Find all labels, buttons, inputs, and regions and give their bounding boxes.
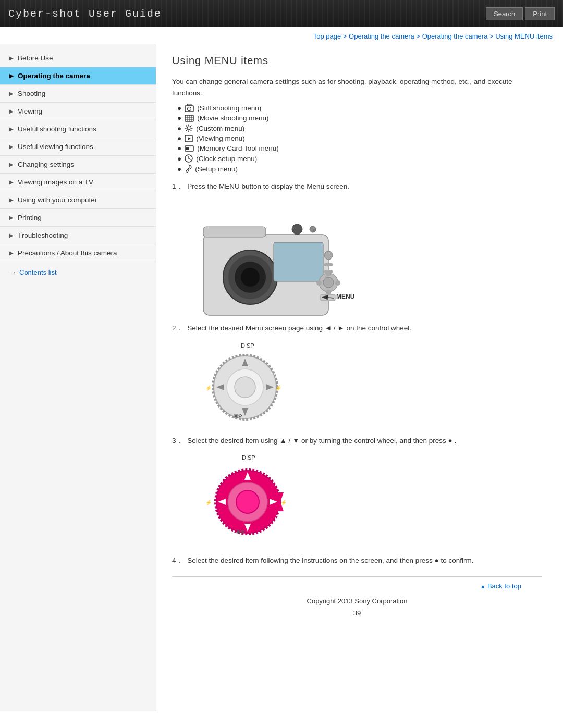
svg-text:▣✿: ▣✿	[234, 413, 242, 418]
bullet: ●	[177, 144, 181, 152]
footer-copyright: Copyright 2013 Sony Corporation	[172, 593, 542, 607]
list-item: ● (Still shooting menu)	[177, 104, 542, 112]
bullet: ●	[177, 114, 181, 122]
main-content: Using MENU items You can change general …	[156, 44, 563, 711]
step-2-text: 2． Select the desired Menu screen page u…	[172, 323, 542, 334]
intro-text: You can change general camera settings s…	[172, 76, 542, 98]
header: Cyber-shot User Guide Search Print	[0, 0, 563, 27]
sidebar-item-label: Useful viewing functions	[18, 143, 93, 151]
svg-line-16	[189, 158, 190, 159]
sidebar-item-troubleshooting[interactable]: ▶ Troubleshooting	[0, 227, 156, 244]
back-to-top-link[interactable]: Back to top	[480, 582, 521, 590]
sidebar-item-label: Using with your computer	[18, 196, 97, 204]
svg-point-24	[292, 224, 302, 235]
svg-text:DISP: DISP	[241, 342, 254, 349]
svg-rect-27	[324, 263, 333, 266]
sidebar-item-label: Changing settings	[18, 161, 74, 168]
list-item: ● (Movie shooting menu)	[177, 114, 542, 122]
list-item: ● (Setup menu)	[177, 165, 542, 173]
breadcrumb-item1[interactable]: Operating the camera	[349, 32, 414, 40]
arrow-icon: ▶	[9, 55, 14, 61]
menu-item-text: (Memory Card Tool menu)	[197, 144, 279, 152]
menu-item-text: (Viewing menu)	[196, 134, 245, 142]
sidebar-item-shooting[interactable]: ▶ Shooting	[0, 85, 156, 103]
step-number: 3．	[172, 437, 183, 445]
breadcrumb-top[interactable]: Top page	[313, 32, 341, 40]
arrow-icon: ▶	[9, 126, 14, 132]
sidebar-item-label: Viewing	[18, 107, 42, 115]
bullet: ●	[177, 104, 181, 112]
bullet: ●	[177, 134, 181, 142]
clock-icon	[185, 154, 193, 163]
breadcrumb-sep1: >	[341, 32, 349, 40]
sidebar-item-viewing-tv[interactable]: ▶ Viewing images on a TV	[0, 174, 156, 191]
svg-point-34	[326, 271, 331, 276]
step-number: 1．	[172, 182, 183, 190]
sidebar-item-useful-shooting[interactable]: ▶ Useful shooting functions	[0, 120, 156, 138]
arrow-icon: ▶	[9, 197, 14, 203]
arrow-icon: ▶	[9, 215, 14, 220]
sidebar-item-label: Precautions / About this camera	[18, 249, 117, 257]
svg-rect-13	[186, 147, 189, 150]
svg-text:⚡: ⚡	[205, 499, 212, 506]
sidebar-item-label: Shooting	[18, 90, 45, 97]
svg-text:MENU: MENU	[336, 293, 354, 300]
arrow-right-icon: →	[9, 268, 16, 276]
sidebar-item-label: Printing	[18, 214, 42, 221]
breadcrumb: Top page > Operating the camera > Operat…	[0, 27, 563, 44]
breadcrumb-item3[interactable]: Using MENU items	[495, 32, 553, 40]
sidebar-item-printing[interactable]: ▶ Printing	[0, 209, 156, 227]
sidebar-item-viewing[interactable]: ▶ Viewing	[0, 103, 156, 120]
sidebar-item-label: Useful shooting functions	[18, 125, 96, 133]
wheel-diagram-plain: DISP ⚡ ⚡ ▣✿	[198, 340, 542, 425]
sidebar-item-label: Before Use	[18, 54, 53, 62]
print-button[interactable]: Print	[525, 7, 555, 20]
play-icon	[185, 135, 193, 142]
footer-nav: Back to top	[172, 576, 542, 593]
menu-item-text: (Still shooting menu)	[197, 104, 261, 112]
contents-list-text[interactable]: Contents list	[19, 268, 57, 276]
svg-rect-23	[274, 242, 323, 281]
step-number: 4．	[172, 557, 183, 564]
arrow-icon: ▶	[9, 144, 14, 150]
step-number: 2．	[172, 324, 183, 332]
breadcrumb-item2[interactable]: Operating the camera	[422, 32, 488, 40]
bullet: ●	[177, 155, 181, 163]
svg-point-9	[187, 127, 190, 130]
contents-list-link[interactable]: → Contents list	[0, 262, 156, 279]
svg-point-1	[188, 107, 191, 111]
page-number: 39	[172, 607, 542, 622]
header-buttons: Search Print	[486, 7, 555, 20]
page-layout: ▶ Before Use ▶ Operating the camera ▶ Sh…	[0, 44, 563, 711]
breadcrumb-sep3: >	[487, 32, 495, 40]
list-item: ● (Custom menu)	[177, 124, 542, 132]
svg-point-22	[241, 268, 260, 287]
camera-icon	[185, 104, 194, 112]
arrow-icon: ▶	[9, 179, 14, 185]
svg-point-30	[323, 277, 334, 288]
sidebar-item-useful-viewing[interactable]: ▶ Useful viewing functions	[0, 138, 156, 156]
svg-marker-11	[188, 137, 191, 140]
arrow-icon: ▶	[9, 162, 14, 167]
svg-text:⚡: ⚡	[280, 499, 287, 506]
svg-rect-18	[203, 227, 266, 237]
menu-item-text: (Custom menu)	[196, 125, 244, 132]
step-1-text: 1． Press the MENU button to display the …	[172, 181, 542, 192]
search-button[interactable]: Search	[486, 7, 523, 20]
step-3-text: 3． Select the desired item using ▲ / ▼ o…	[172, 436, 542, 446]
sidebar-item-changing-settings[interactable]: ▶ Changing settings	[0, 156, 156, 174]
menu-item-text: (Movie shooting menu)	[197, 114, 268, 122]
breadcrumb-sep2: >	[414, 32, 422, 40]
arrow-icon: ▶	[9, 250, 14, 256]
sidebar-item-precautions[interactable]: ▶ Precautions / About this camera	[0, 244, 156, 262]
svg-point-26	[324, 251, 333, 260]
list-item: ● (Viewing menu)	[177, 134, 542, 142]
sidebar-item-computer[interactable]: ▶ Using with your computer	[0, 191, 156, 209]
svg-text:⚡: ⚡	[275, 385, 282, 391]
sidebar-item-operating[interactable]: ▶ Operating the camera	[0, 67, 156, 85]
svg-point-32	[316, 280, 322, 286]
sidebar-item-label: Operating the camera	[18, 72, 90, 80]
sidebar-item-label: Viewing images on a TV	[18, 178, 93, 186]
sidebar-item-before-use[interactable]: ▶ Before Use	[0, 50, 156, 67]
app-title: Cyber-shot User Guide	[8, 8, 162, 20]
